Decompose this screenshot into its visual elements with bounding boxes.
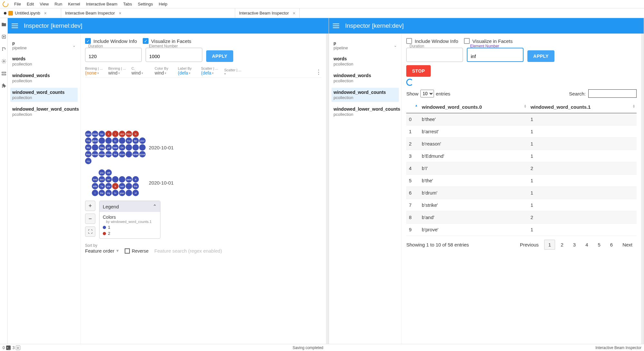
duration-input[interactable] xyxy=(406,48,463,62)
data-bubble[interactable]: will xyxy=(105,169,112,176)
apply-button[interactable]: APPLY xyxy=(206,50,233,62)
page-button[interactable]: 3 xyxy=(569,240,580,250)
visualize-facets-checkbox[interactable]: Visualize in Facets xyxy=(464,38,513,44)
close-icon[interactable]: × xyxy=(293,11,295,16)
data-bubble[interactable]: thee xyxy=(85,151,91,157)
data-bubble[interactable]: and xyxy=(119,131,125,137)
data-bubble[interactable]: in xyxy=(132,131,139,137)
include-window-checkbox[interactable]: ✓ Include Window Info xyxy=(85,38,137,44)
data-bubble[interactable]: it xyxy=(105,131,112,137)
data-bubble[interactable]: bar xyxy=(99,131,105,137)
data-bubble[interactable] xyxy=(119,137,125,144)
settings-icon[interactable] xyxy=(1,59,6,64)
page-button[interactable]: 6 xyxy=(606,240,617,250)
git-icon[interactable] xyxy=(1,46,6,52)
tab-untitled-notebook[interactable]: Untitled.ipynb × xyxy=(0,8,61,18)
sidebar-item-windowed_lower_word_counts[interactable]: windowed_lower_word_countspcollection xyxy=(332,105,399,119)
page-button[interactable]: 4 xyxy=(581,240,592,250)
data-bubble[interactable]: title xyxy=(85,144,91,151)
element-number-input[interactable] xyxy=(467,48,524,62)
data-bubble[interactable]: you xyxy=(99,169,105,176)
page-button[interactable]: Next xyxy=(618,240,637,250)
data-bubble[interactable]: this xyxy=(132,183,139,189)
data-bubble[interactable]: If xyxy=(132,176,139,183)
data-bubble[interactable]: thine xyxy=(126,131,132,137)
data-bubble[interactable]: I xyxy=(112,131,119,137)
data-bubble[interactable]: hear xyxy=(112,144,119,151)
sidebar-item-windowed_words[interactable]: windowed_wordspcollection xyxy=(332,71,399,85)
data-bubble[interactable] xyxy=(112,176,119,183)
folder-icon[interactable] xyxy=(1,22,6,27)
menu-icon[interactable] xyxy=(333,24,339,28)
data-bubble[interactable] xyxy=(126,183,132,189)
data-bubble[interactable]: gilded xyxy=(92,137,98,144)
data-bubble[interactable] xyxy=(126,144,132,151)
data-bubble[interactable]: to xyxy=(112,190,119,196)
menu-kernel[interactable]: Kernel xyxy=(68,2,80,6)
data-bubble[interactable]: your xyxy=(139,137,146,144)
column-header[interactable]: windowed_word_counts.1▲▼ xyxy=(528,101,637,113)
data-bubble[interactable]: sister xyxy=(92,131,98,137)
sidebar-item-windowed_words[interactable]: windowed_wordspcollection xyxy=(10,71,78,85)
sidebar-item-windowed_word_counts[interactable]: windowed_word_countspcollection xyxy=(332,88,399,102)
facet-dropdown[interactable]: Scatter | ... ▾ xyxy=(224,68,242,75)
page-button[interactable]: 2 xyxy=(556,240,567,250)
facet-dropdown[interactable]: Scatter | ...(defa ▾ xyxy=(201,66,219,75)
data-bubble[interactable]: to xyxy=(112,137,119,144)
data-bubble[interactable] xyxy=(119,176,125,183)
data-bubble[interactable]: bans xyxy=(126,176,132,183)
data-bubble[interactable]: my xyxy=(85,158,91,164)
sort-dropdown[interactable]: Feature order ▾ xyxy=(85,248,119,254)
apply-button[interactable]: APPLY xyxy=(527,50,554,62)
data-bubble[interactable]: lord xyxy=(99,176,105,183)
entries-select[interactable]: 10 xyxy=(420,90,434,97)
more-icon[interactable]: ⋮ xyxy=(316,68,322,75)
extension-icon[interactable] xyxy=(1,83,6,88)
page-button[interactable]: Previous xyxy=(516,240,543,250)
zoom-out-button[interactable]: − xyxy=(85,214,95,224)
data-bubble[interactable]: my xyxy=(105,190,112,196)
terminal-icon[interactable]: >_ xyxy=(6,346,11,350)
facet-dropdown[interactable]: Binning | ...(none ▾ xyxy=(85,66,103,75)
menu-edit[interactable]: Edit xyxy=(27,2,34,6)
data-bubble[interactable] xyxy=(105,137,112,144)
data-bubble[interactable] xyxy=(139,144,146,151)
data-bubble[interactable] xyxy=(132,144,139,151)
reverse-checkbox[interactable]: Reverse xyxy=(125,248,149,254)
data-bubble[interactable]: On xyxy=(119,144,125,151)
data-bubble[interactable]: is xyxy=(112,183,119,189)
scrollbar[interactable] xyxy=(641,34,644,344)
sidebar-item-words[interactable]: wordspcollection xyxy=(10,54,78,68)
data-bubble[interactable]: prove xyxy=(139,151,146,157)
data-bubble[interactable]: For xyxy=(126,137,132,144)
data-bubble[interactable]: her xyxy=(105,176,112,183)
data-bubble[interactable]: strike xyxy=(132,151,139,157)
facet-dropdown[interactable]: Binning | ...wind ▾ xyxy=(108,66,126,75)
data-bubble[interactable]: wife xyxy=(92,183,98,189)
list-icon[interactable] xyxy=(1,71,6,76)
menu-view[interactable]: View xyxy=(40,2,49,6)
element-number-input[interactable] xyxy=(146,48,202,62)
page-button[interactable]: 5 xyxy=(593,240,604,250)
data-bubble[interactable]: fair xyxy=(132,137,139,144)
column-header[interactable]: windowed_word_counts.0▲▼ xyxy=(419,101,528,113)
scrollbar[interactable] xyxy=(326,34,329,344)
data-bubble[interactable]: This xyxy=(85,137,91,144)
data-bubble[interactable]: reason xyxy=(99,151,105,157)
menu-icon[interactable] xyxy=(12,24,18,28)
feature-search-input[interactable]: Feature search (regex enabled) xyxy=(154,248,222,254)
data-bubble[interactable] xyxy=(126,190,132,196)
data-bubble[interactable]: yet xyxy=(105,144,112,151)
duration-input[interactable] xyxy=(85,48,142,62)
data-bubble[interactable]: I xyxy=(92,190,98,196)
menu-settings[interactable]: Settings xyxy=(138,2,153,6)
data-bubble[interactable]: the xyxy=(99,190,105,196)
tab-inspector-right[interactable]: Interactive Beam Inspector × xyxy=(235,8,300,18)
visualize-facets-checkbox[interactable]: ✓ Visualize in Facets xyxy=(143,38,191,44)
pipeline-item[interactable]: p pipeline ⌄ xyxy=(332,39,399,52)
menu-run[interactable]: Run xyxy=(54,2,62,6)
facet-dropdown[interactable]: Label By(defa ▾ xyxy=(178,66,196,75)
column-header[interactable]: ▲ xyxy=(406,101,419,113)
pipeline-item[interactable]: p pipeline ⌄ xyxy=(10,39,78,52)
menu-interactive-beam[interactable]: Interactive Beam xyxy=(86,2,118,6)
